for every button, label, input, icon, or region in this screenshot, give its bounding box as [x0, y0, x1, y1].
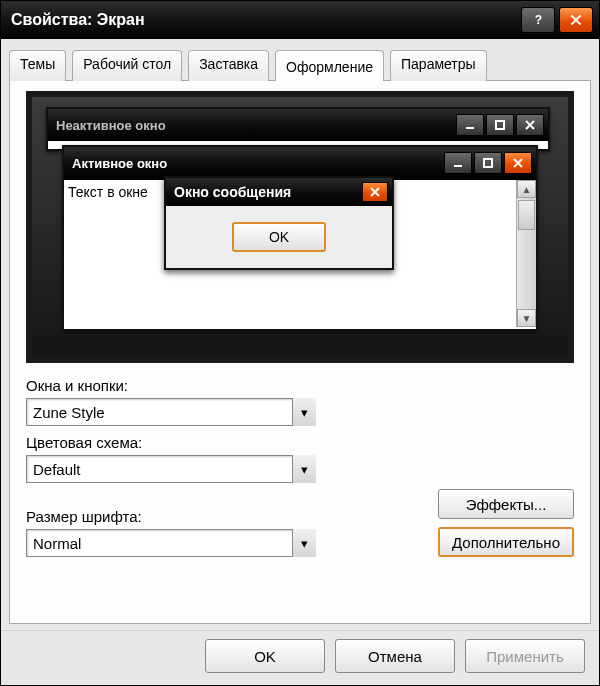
chevron-down-icon[interactable]: ▾: [292, 455, 316, 483]
preview-msgbox-title: Окно сообщения: [174, 184, 291, 200]
close-button[interactable]: [559, 7, 593, 33]
combo-windows-buttons-input[interactable]: [26, 398, 316, 426]
tab-appearance[interactable]: Оформление: [275, 50, 384, 81]
close-icon: [516, 114, 544, 136]
preview-scrollbar: ▲ ▼: [516, 180, 536, 327]
effects-button-label: Эффекты...: [466, 496, 547, 513]
preview-msgbox-ok-label: OK: [269, 229, 289, 245]
svg-rect-4: [484, 159, 492, 167]
combo-font-size-input[interactable]: [26, 529, 316, 557]
combo-font-size[interactable]: ▾: [26, 529, 316, 557]
maximize-icon: [474, 152, 502, 174]
label-color-scheme: Цветовая схема:: [26, 434, 574, 451]
apply-button[interactable]: Применить: [465, 639, 585, 673]
chevron-down-icon[interactable]: ▾: [292, 398, 316, 426]
cancel-button[interactable]: Отмена: [335, 639, 455, 673]
preview-active-window: Активное окно Текст в окне ▲ ▼: [62, 145, 538, 331]
theme-preview: Неактивное окно Активное окно: [26, 91, 574, 363]
scroll-track: [517, 232, 536, 309]
scroll-down-icon: ▼: [517, 309, 536, 327]
svg-rect-3: [454, 165, 462, 167]
minimize-icon: [444, 152, 472, 174]
svg-rect-1: [466, 127, 474, 129]
label-font-size: Размер шрифта:: [26, 508, 426, 525]
minimize-icon: [456, 114, 484, 136]
preview-inactive-titlebar: Неактивное окно: [48, 109, 548, 141]
preview-active-titlebar: Активное окно: [64, 147, 536, 179]
preview-active-title: Активное окно: [72, 156, 167, 171]
combo-windows-buttons[interactable]: ▾: [26, 398, 316, 426]
tab-screensaver[interactable]: Заставка: [188, 50, 269, 81]
combo-color-scheme[interactable]: ▾: [26, 455, 316, 483]
svg-rect-2: [496, 121, 504, 129]
preview-inactive-title: Неактивное окно: [56, 118, 166, 133]
tab-settings[interactable]: Параметры: [390, 50, 487, 81]
preview-msgbox-body: OK: [166, 206, 392, 268]
tabbar: Темы Рабочий стол Заставка Оформление Па…: [1, 39, 599, 80]
help-button[interactable]: ?: [521, 7, 555, 33]
cancel-button-label: Отмена: [368, 648, 422, 665]
chevron-down-icon[interactable]: ▾: [292, 529, 316, 557]
label-windows-buttons: Окна и кнопки:: [26, 377, 574, 394]
advanced-button-label: Дополнительно: [452, 534, 560, 551]
display-properties-window: Свойства: Экран ? Темы Рабочий стол Заст…: [0, 0, 600, 686]
tab-themes[interactable]: Темы: [9, 50, 66, 81]
ok-button[interactable]: OK: [205, 639, 325, 673]
dialog-footer: OK Отмена Применить: [1, 630, 599, 685]
window-title: Свойства: Экран: [11, 11, 517, 29]
scroll-thumb: [518, 200, 535, 230]
scroll-up-icon: ▲: [517, 180, 536, 198]
maximize-icon: [486, 114, 514, 136]
preview-body-text: Текст в окне: [68, 184, 148, 200]
tab-desktop[interactable]: Рабочий стол: [72, 50, 182, 81]
combo-color-scheme-input[interactable]: [26, 455, 316, 483]
preview-message-box: Окно сообщения OK: [164, 176, 394, 270]
preview-msgbox-titlebar: Окно сообщения: [166, 178, 392, 206]
effects-button[interactable]: Эффекты...: [438, 489, 574, 519]
close-icon: [504, 152, 532, 174]
apply-button-label: Применить: [486, 648, 564, 665]
preview-msgbox-ok-button: OK: [232, 222, 326, 252]
main-titlebar: Свойства: Экран ?: [1, 1, 599, 39]
ok-button-label: OK: [254, 648, 276, 665]
advanced-button[interactable]: Дополнительно: [438, 527, 574, 557]
tab-panel-appearance: Неактивное окно Активное окно: [9, 80, 591, 624]
svg-text:?: ?: [535, 13, 542, 27]
close-icon: [362, 182, 388, 202]
preview-active-body: Текст в окне ▲ ▼ Окно сообщения: [64, 179, 536, 327]
